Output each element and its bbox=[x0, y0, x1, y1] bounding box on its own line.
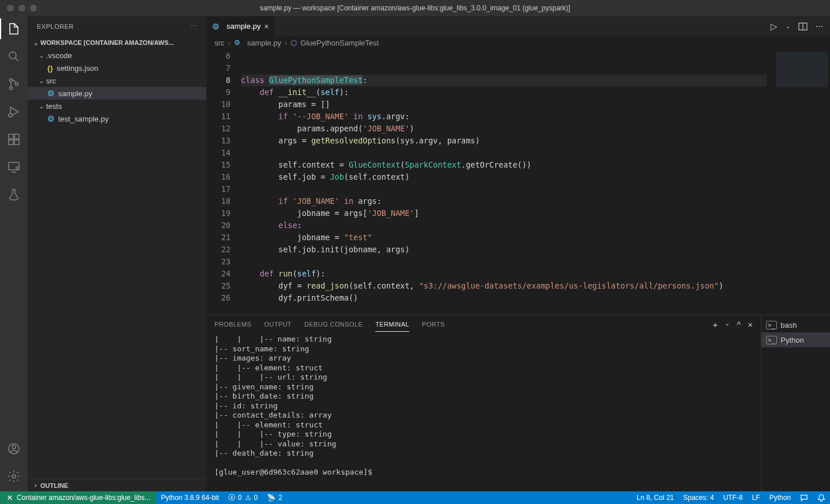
status-bar: Container amazon/aws-glue-libs:glue_libs… bbox=[0, 491, 830, 504]
remote-explorer-icon[interactable] bbox=[6, 159, 22, 175]
svg-point-3 bbox=[16, 83, 18, 86]
tab-terminal[interactable]: TERMINAL bbox=[375, 321, 409, 332]
sidebar-title: EXPLORER bbox=[37, 23, 74, 30]
python-file-icon: ⚙ bbox=[234, 39, 240, 47]
svg-rect-7 bbox=[14, 140, 19, 145]
more-icon[interactable]: ⋯ bbox=[191, 22, 198, 30]
broadcast-icon: 📡 bbox=[267, 494, 276, 502]
python-file-icon: ⚙ bbox=[47, 89, 55, 98]
tab-label: sample.py bbox=[227, 22, 261, 31]
breadcrumb-file[interactable]: sample.py bbox=[247, 39, 281, 47]
explorer-icon[interactable] bbox=[6, 21, 22, 37]
error-icon: ⓧ bbox=[228, 493, 235, 503]
workspace-label: WORKSPACE [CONTAINER AMAZON/AWS... bbox=[40, 39, 173, 46]
search-icon[interactable] bbox=[6, 48, 22, 65]
language-mode[interactable]: Python bbox=[765, 491, 795, 504]
notifications-icon[interactable] bbox=[813, 491, 830, 504]
accounts-icon[interactable] bbox=[6, 441, 22, 457]
svg-rect-9 bbox=[9, 162, 19, 170]
testing-icon[interactable] bbox=[6, 187, 22, 203]
folder-tests[interactable]: ⌄tests bbox=[28, 100, 206, 112]
workspace-section[interactable]: ⌄ WORKSPACE [CONTAINER AMAZON/AWS... bbox=[28, 36, 206, 49]
eol[interactable]: LF bbox=[748, 491, 765, 504]
close-icon[interactable]: × bbox=[264, 22, 269, 31]
svg-point-0 bbox=[9, 52, 16, 59]
indentation[interactable]: Spaces: 4 bbox=[678, 491, 718, 504]
run-debug-icon[interactable] bbox=[6, 104, 22, 120]
breadcrumb-src[interactable]: src bbox=[214, 39, 224, 47]
maximize-panel-icon[interactable]: ^ bbox=[737, 320, 741, 329]
feedback-icon[interactable] bbox=[795, 491, 813, 504]
tab-debug-console[interactable]: DEBUG CONSOLE bbox=[304, 321, 363, 328]
folder-vscode[interactable]: ⌄.vscode bbox=[28, 49, 206, 62]
warning-icon: ⚠ bbox=[245, 494, 251, 502]
terminal-icon: >_ bbox=[766, 321, 777, 329]
code-content[interactable]: class GluePythonSampleTest: def __init__… bbox=[241, 49, 767, 314]
editor-actions: ▷ ⌄ ⋯ bbox=[771, 16, 830, 36]
title-bar: sample.py — workspace [Container amazon/… bbox=[0, 0, 830, 16]
svg-rect-6 bbox=[9, 140, 13, 145]
chevron-right-icon: › bbox=[285, 39, 287, 47]
run-button[interactable]: ▷ bbox=[771, 21, 778, 32]
svg-rect-5 bbox=[9, 134, 13, 139]
svg-point-13 bbox=[12, 475, 16, 478]
chevron-down-icon: ⌄ bbox=[38, 52, 45, 59]
close-panel-icon[interactable]: × bbox=[748, 320, 753, 329]
outline-section[interactable]: › OUTLINE bbox=[28, 479, 206, 491]
remote-host-button[interactable]: Container amazon/aws-glue-libs:glue_libs… bbox=[0, 491, 156, 504]
source-control-icon[interactable] bbox=[6, 76, 22, 92]
svg-point-10 bbox=[16, 167, 18, 169]
forwarded-ports[interactable]: 📡2 bbox=[262, 491, 287, 504]
folder-src[interactable]: ⌄src bbox=[28, 74, 206, 87]
svg-point-12 bbox=[12, 445, 16, 449]
breadcrumb-symbol[interactable]: GluePythonSampleTest bbox=[300, 39, 379, 47]
minimap[interactable] bbox=[767, 49, 830, 314]
tab-sample-py[interactable]: ⚙ sample.py × bbox=[206, 16, 275, 36]
svg-point-4 bbox=[9, 113, 12, 117]
terminal-icon: >_ bbox=[766, 336, 777, 344]
settings-gear-icon[interactable] bbox=[6, 468, 22, 484]
svg-point-1 bbox=[10, 79, 13, 82]
window-title: sample.py — workspace [Container amazon/… bbox=[0, 4, 830, 12]
python-file-icon: ⚙ bbox=[47, 114, 55, 123]
panel-tabs: PROBLEMS OUTPUT DEBUG CONSOLE TERMINAL P… bbox=[206, 315, 761, 334]
cursor-position[interactable]: Ln 8, Col 21 bbox=[632, 491, 679, 504]
line-gutter: 67891011121314151617181920212223242526 bbox=[206, 49, 241, 314]
tab-output[interactable]: OUTPUT bbox=[264, 321, 292, 328]
new-terminal-icon[interactable]: + bbox=[712, 320, 718, 329]
file-tree: ⌄.vscode {}settings.json ⌄src ⚙sample.py… bbox=[28, 49, 206, 479]
chevron-down-icon[interactable]: ⌄ bbox=[725, 320, 730, 329]
chevron-right-icon: › bbox=[228, 39, 230, 47]
tab-ports[interactable]: PORTS bbox=[422, 321, 445, 328]
extensions-icon[interactable] bbox=[6, 131, 22, 147]
code-editor[interactable]: 67891011121314151617181920212223242526 c… bbox=[206, 49, 830, 314]
chevron-down-icon: ⌄ bbox=[38, 103, 45, 109]
tab-problems[interactable]: PROBLEMS bbox=[214, 321, 251, 328]
file-settings-json[interactable]: {}settings.json bbox=[28, 62, 206, 74]
activity-bar bbox=[0, 16, 28, 491]
editor-group: ⚙ sample.py × ▷ ⌄ ⋯ src › ⚙ sample.py › … bbox=[206, 16, 830, 491]
breadcrumb[interactable]: src › ⚙ sample.py › ⬡ GluePythonSampleTe… bbox=[206, 36, 830, 49]
split-editor-icon[interactable] bbox=[798, 22, 808, 31]
python-interpreter[interactable]: Python 3.8.9 64-bit bbox=[156, 491, 224, 504]
terminal-list: >_bash >_Python bbox=[761, 315, 830, 491]
sidebar-header: EXPLORER ⋯ bbox=[28, 16, 206, 36]
more-icon[interactable]: ⋯ bbox=[816, 22, 823, 31]
json-file-icon: {} bbox=[47, 64, 53, 73]
chevron-down-icon: ⌄ bbox=[38, 78, 45, 84]
terminal-bash[interactable]: >_bash bbox=[761, 317, 830, 332]
terminal-python[interactable]: >_Python bbox=[761, 332, 830, 347]
terminal-output[interactable]: | | |-- name: string |-- sort_name: stri… bbox=[206, 334, 761, 491]
chevron-right-icon: › bbox=[32, 482, 39, 488]
outline-label: OUTLINE bbox=[40, 482, 68, 489]
encoding[interactable]: UTF-8 bbox=[719, 491, 748, 504]
chevron-down-icon: ⌄ bbox=[32, 40, 39, 46]
explorer-sidebar: EXPLORER ⋯ ⌄ WORKSPACE [CONTAINER AMAZON… bbox=[28, 16, 206, 491]
file-test-sample-py[interactable]: ⚙test_sample.py bbox=[28, 112, 206, 125]
editor-tabs: ⚙ sample.py × ▷ ⌄ ⋯ bbox=[206, 16, 830, 36]
bottom-panel: PROBLEMS OUTPUT DEBUG CONSOLE TERMINAL P… bbox=[206, 314, 830, 491]
file-sample-py[interactable]: ⚙sample.py bbox=[28, 87, 206, 100]
class-icon: ⬡ bbox=[290, 39, 297, 47]
chevron-down-icon[interactable]: ⌄ bbox=[786, 23, 790, 29]
problems-count[interactable]: ⓧ0 ⚠0 bbox=[224, 491, 262, 504]
